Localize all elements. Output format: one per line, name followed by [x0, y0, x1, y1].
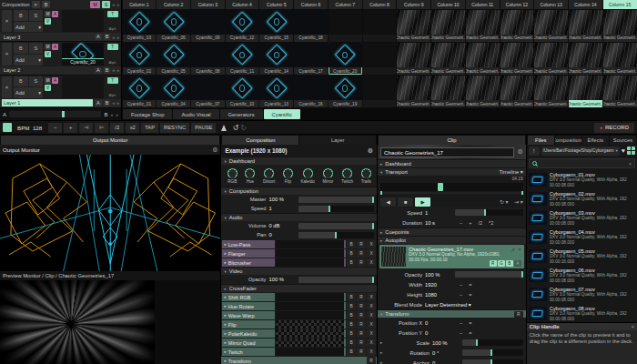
layer-clear-button[interactable]: ×: [2, 76, 12, 98]
param-value[interactable]: 1080: [425, 292, 452, 298]
clip-name-label[interactable]: Cyantific_18: [294, 35, 328, 42]
file-list-item[interactable]: Cyborgasm_04.mov DXV 3.0 Normal Quality,…: [529, 228, 635, 247]
clip-thumbnail[interactable]: [500, 43, 534, 67]
clip-cell[interactable]: Chaotic Geometri...: [569, 10, 602, 42]
clip-name-label[interactable]: Cyantific_04: [157, 100, 190, 107]
tab-composition[interactable]: Composition: [222, 136, 298, 145]
effect-mix-slider[interactable]: [276, 240, 346, 248]
layer-b-button[interactable]: B: [104, 67, 111, 74]
clip-name-label[interactable]: Chaotic Geometri...: [603, 35, 637, 42]
composition-bypass-button[interactable]: B: [42, 1, 51, 8]
clip-name-label[interactable]: Chaotic Geometri...: [569, 100, 602, 107]
param-step-button[interactable]: =: [469, 330, 471, 336]
clip-name-label[interactable]: Chaotic Geometri...: [569, 35, 602, 42]
clip-thumbnail[interactable]: [500, 10, 534, 35]
clip-name-label[interactable]: Cyantific_11: [226, 67, 259, 75]
layer-b-button[interactable]: B: [104, 100, 111, 106]
clip-name-label[interactable]: Chaotic Geometri...: [534, 100, 568, 107]
channel-toggle-b[interactable]: B: [506, 260, 513, 267]
clip-thumbnail[interactable]: [157, 43, 190, 67]
clip-name-label[interactable]: Chaotic Geometri...: [397, 100, 430, 107]
clip-thumbnail[interactable]: [569, 43, 602, 67]
clip-name-label[interactable]: Cyantific_01: [123, 100, 157, 107]
param-slider[interactable]: [298, 223, 374, 229]
param-value[interactable]: 100 %: [268, 277, 296, 282]
knob-dial-icon[interactable]: [245, 168, 255, 178]
column-header[interactable]: Column 2: [157, 0, 190, 9]
layer-solo-button[interactable]: S: [29, 76, 44, 87]
param-slider[interactable]: [455, 209, 523, 216]
layer-a-toggle[interactable]: A: [52, 77, 58, 84]
effect-header[interactable]: ▸Flip: [222, 320, 275, 329]
file-thumbnail[interactable]: [529, 249, 547, 263]
file-thumbnail[interactable]: [529, 173, 547, 187]
param-step-button[interactable]: =: [469, 320, 471, 326]
clip-thumbnail[interactable]: [466, 10, 500, 35]
layer-active-clip[interactable]: [62, 10, 104, 32]
clip-thumbnail[interactable]: [226, 10, 259, 35]
clip-cell[interactable]: Cyantific_09: [191, 10, 225, 42]
column-header[interactable]: Column 4: [226, 0, 259, 9]
effect-header[interactable]: ▸Transform: [222, 357, 366, 364]
layer-clear-button[interactable]: ×: [2, 10, 12, 32]
next-deck-icon[interactable]: »: [116, 67, 119, 73]
collapse-arrow-icon[interactable]: ▾: [224, 159, 226, 164]
param-value[interactable]: 0: [268, 232, 296, 238]
clip-cell[interactable]: Cyantific_13: [259, 76, 293, 107]
column-header[interactable]: Column 5: [259, 0, 293, 9]
param-step-button[interactable]: −: [460, 320, 462, 326]
layer-a-toggle[interactable]: A: [52, 11, 58, 17]
clip-thumbnail[interactable]: [397, 43, 430, 67]
effect-badge-b[interactable]: B: [347, 249, 356, 258]
bpm-button[interactable]: RESYNC: [160, 123, 189, 133]
param-step-button[interactable]: −: [460, 220, 462, 226]
section-header[interactable]: ▸ Autopilot: [378, 236, 526, 244]
param-value[interactable]: 0: [425, 320, 452, 326]
composition-clear-button[interactable]: ×: [32, 1, 40, 8]
effect-header[interactable]: ▸Hue Rotate: [222, 302, 275, 310]
bpm-button[interactable]: /2: [110, 123, 124, 133]
effect-badge-r[interactable]: R: [357, 249, 366, 258]
clip-cell[interactable]: Cyantific_08: [191, 43, 225, 75]
collapse-arrow-icon[interactable]: ▾: [224, 216, 226, 220]
clip-thumbnail[interactable]: [466, 76, 500, 100]
column-header[interactable]: Column 3: [191, 0, 225, 9]
param-slider[interactable]: [462, 339, 523, 346]
section-badge-r[interactable]: R: [514, 311, 523, 318]
layer-name[interactable]: Layer 2: [2, 66, 93, 74]
expand-arrow-icon[interactable]: ▸: [380, 360, 385, 364]
layer-b-button[interactable]: B: [104, 34, 111, 40]
clip-name-label[interactable]: Chaotic Geometri...: [603, 100, 637, 107]
bpm-button[interactable]: PAUSE: [191, 123, 216, 133]
bpm-button[interactable]: +: [64, 123, 77, 133]
section-header[interactable]: ▾ Transport Timeline ▾: [378, 167, 526, 176]
column-header[interactable]: Column 11: [466, 0, 500, 9]
clip-name-input[interactable]: Chaotic Geometries_17: [380, 147, 514, 157]
effect-badge-r[interactable]: R: [357, 339, 366, 347]
timeline-scrubber[interactable]: 04.19: [378, 176, 526, 196]
effect-header[interactable]: ▸Low-Pass: [222, 240, 275, 248]
layer-bypass-button[interactable]: B: [14, 10, 28, 21]
file-list-item[interactable]: Cyborgasm_08.mov DXV 3.0 Normal Quality,…: [529, 304, 635, 322]
collapse-arrow-icon[interactable]: ▾: [380, 312, 382, 317]
dashboard-knob[interactable]: Mirror: [322, 168, 333, 184]
param-slider[interactable]: [462, 349, 523, 356]
collapse-arrow-icon[interactable]: ▾: [224, 189, 226, 194]
dashboard-knob[interactable]: Trails: [361, 168, 371, 184]
clip-cell[interactable]: Chaotic Geometri...: [534, 10, 568, 42]
clip-name-label[interactable]: Chaotic Geometri...: [569, 67, 602, 75]
empty-clip-slot[interactable]: [329, 10, 362, 42]
effect-header[interactable]: ▸Wave Warp: [222, 311, 275, 319]
tab-compositions[interactable]: Compositions: [555, 136, 581, 145]
file-thumbnail[interactable]: [529, 288, 547, 301]
effect-badge-x[interactable]: X: [367, 320, 376, 329]
effect-badge-r[interactable]: R: [357, 311, 366, 319]
clip-cell[interactable]: Cyantific_07: [191, 76, 225, 107]
clip-thumbnail[interactable]: [259, 43, 293, 67]
close-icon[interactable]: ×: [631, 324, 634, 329]
file-thumbnail[interactable]: [529, 192, 547, 206]
clip-cell[interactable]: Cyantific_14: [259, 43, 293, 75]
clip-cell[interactable]: Chaotic Geometri...: [569, 76, 602, 107]
clip-thumbnail[interactable]: [259, 76, 293, 100]
clip-thumbnail[interactable]: [294, 76, 328, 100]
